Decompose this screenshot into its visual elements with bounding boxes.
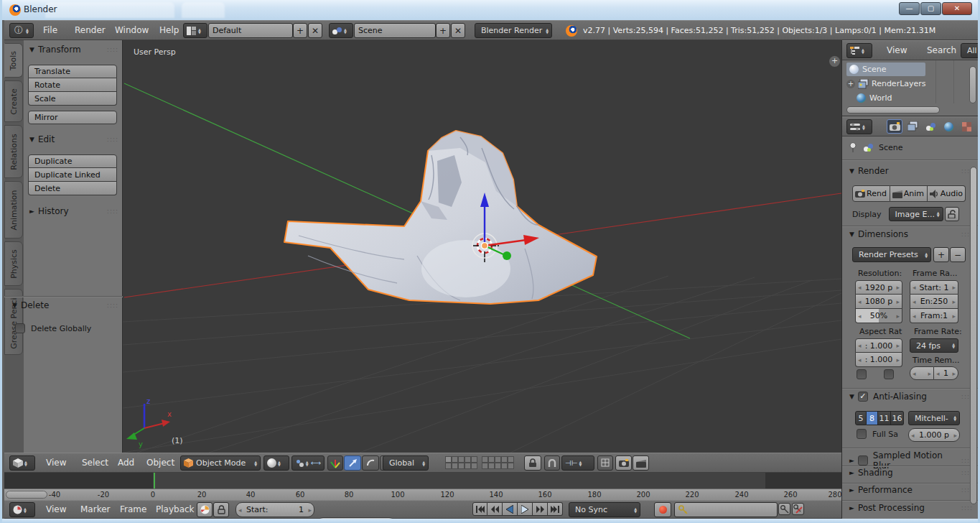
- outliner-editor-selector[interactable]: [846, 43, 872, 58]
- pin-icon[interactable]: [848, 142, 858, 153]
- aspect-x-field[interactable]: : 1.000: [855, 338, 902, 353]
- tab-texture-properties[interactable]: [958, 119, 974, 134]
- operator-panel-header[interactable]: Delete: [12, 300, 118, 310]
- manipulator-rotate-toggle[interactable]: [362, 455, 379, 471]
- delete-button[interactable]: Delete: [28, 182, 117, 195]
- render-engine-dropdown[interactable]: Blender Render: [475, 23, 552, 38]
- frame-step-stepper[interactable]: Fram:1: [910, 309, 958, 323]
- delete-globally-checkbox[interactable]: [15, 323, 25, 333]
- resolution-percent-slider[interactable]: 50%: [855, 309, 902, 323]
- history-panel-header[interactable]: History: [29, 206, 118, 216]
- tab-world-properties[interactable]: [941, 119, 956, 134]
- play-button[interactable]: [518, 502, 533, 516]
- timeline-menu-view[interactable]: View: [42, 501, 70, 519]
- dimensions-panel-header[interactable]: Dimensions: [849, 229, 973, 239]
- time-remap-old[interactable]: [910, 366, 934, 380]
- outliner-item-renderlayers[interactable]: + RenderLayers: [846, 77, 926, 91]
- add-layout-button[interactable]: +: [293, 23, 307, 38]
- screen-layout-field[interactable]: Default: [208, 23, 293, 38]
- timeline-menu-playback[interactable]: Playback: [151, 501, 199, 519]
- render-animation-button[interactable]: Anim: [890, 185, 928, 202]
- viewport-menu-view[interactable]: View: [42, 453, 70, 472]
- menu-help[interactable]: Help: [155, 21, 183, 40]
- title-bar[interactable]: Blender: [2, 0, 978, 20]
- pivot-dropdown[interactable]: ⟷: [291, 455, 325, 471]
- lock-to-scene-button[interactable]: [524, 455, 541, 471]
- panel-drag-handle[interactable]: [961, 504, 973, 512]
- insert-keyframe-button[interactable]: [778, 503, 790, 515]
- outliner-filter-dropdown[interactable]: All Sc: [961, 43, 980, 58]
- tab-animation[interactable]: Animation: [4, 181, 23, 239]
- performance-panel-header[interactable]: Performance: [849, 485, 973, 495]
- current-frame-cursor[interactable]: [154, 473, 155, 489]
- resolution-x-field[interactable]: 1920 p: [855, 280, 902, 295]
- timeline-hscrollbar[interactable]: [6, 491, 47, 499]
- tab-scene-properties[interactable]: [923, 119, 938, 134]
- time-indicator-toggle[interactable]: [197, 502, 213, 517]
- fps-dropdown[interactable]: 24 fps: [910, 338, 958, 353]
- manipulator-translate-toggle[interactable]: [344, 455, 361, 471]
- layers-grid-left[interactable]: [445, 456, 477, 469]
- layers-grid-right[interactable]: [482, 456, 514, 469]
- close-button[interactable]: [942, 2, 972, 15]
- add-preset-button[interactable]: +: [933, 247, 949, 262]
- delete-keyframe-button[interactable]: [792, 503, 804, 515]
- jump-to-start-button[interactable]: [472, 502, 487, 516]
- rotate-button[interactable]: Rotate: [28, 78, 117, 92]
- panel-drag-handle[interactable]: [107, 136, 118, 143]
- crop-checkbox[interactable]: [884, 369, 894, 379]
- render-still-button[interactable]: Rend: [852, 185, 890, 202]
- menu-window[interactable]: Window: [111, 21, 153, 40]
- expand-plus-icon[interactable]: +: [846, 80, 855, 88]
- keying-set-field[interactable]: [674, 502, 778, 517]
- resolution-y-field[interactable]: 1080 p: [855, 295, 902, 309]
- opengl-render-anim-button[interactable]: [633, 455, 649, 471]
- tab-grease-pencil[interactable]: Grease Pencil: [4, 289, 23, 355]
- remove-preset-button[interactable]: −: [950, 247, 966, 262]
- tab-physics[interactable]: Physics: [4, 241, 23, 286]
- render-panel-header[interactable]: Render: [849, 166, 973, 176]
- border-checkbox[interactable]: [857, 369, 867, 379]
- delete-scene-button[interactable]: ✕: [451, 23, 465, 38]
- scene-icon-button[interactable]: [329, 23, 353, 38]
- outliner-item-scene[interactable]: Scene: [846, 63, 925, 76]
- frame-end-stepper[interactable]: En:250: [910, 295, 958, 309]
- translate-button[interactable]: Translate: [28, 65, 117, 78]
- render-audio-button[interactable]: Audio: [928, 185, 966, 202]
- outliner-vscrollbar[interactable]: [969, 66, 976, 103]
- aa-samples-11[interactable]: 11: [878, 411, 891, 425]
- panel-drag-handle[interactable]: [107, 46, 118, 53]
- delete-globally-option[interactable]: Delete Globally: [15, 323, 91, 333]
- full-sample-checkbox[interactable]: [857, 429, 867, 439]
- add-scene-button[interactable]: +: [436, 23, 450, 38]
- viewport-shading-dropdown[interactable]: [263, 455, 289, 471]
- aa-samples-8[interactable]: 8: [867, 411, 878, 425]
- tab-create[interactable]: Create: [4, 80, 23, 122]
- anti-aliasing-checkbox[interactable]: [858, 392, 868, 402]
- region-expand-button[interactable]: +: [829, 56, 840, 67]
- duplicate-button[interactable]: Duplicate: [28, 154, 117, 168]
- previous-keyframe-button[interactable]: [487, 502, 503, 516]
- time-remap-new[interactable]: 1: [934, 366, 958, 380]
- frame-start-stepper[interactable]: Start: 1: [910, 280, 958, 295]
- minimize-button[interactable]: [899, 2, 920, 15]
- statue-object[interactable]: [284, 131, 597, 304]
- snap-toggle-button[interactable]: [544, 455, 560, 471]
- aspect-y-field[interactable]: : 1.000: [855, 353, 902, 367]
- screen-layout-icon-button[interactable]: [183, 23, 207, 38]
- tab-render-properties[interactable]: [887, 119, 902, 134]
- next-keyframe-button[interactable]: [533, 502, 548, 516]
- timeline-menu-frame[interactable]: Frame: [116, 501, 151, 519]
- properties-editor-selector[interactable]: [846, 119, 872, 134]
- display-dropdown[interactable]: Image E...: [889, 207, 943, 221]
- outliner-menu-view[interactable]: View: [882, 41, 911, 60]
- aa-samples-5[interactable]: 5: [855, 411, 867, 425]
- render-presets-dropdown[interactable]: Render Presets: [852, 247, 931, 262]
- breadcrumb-context[interactable]: Scene: [879, 143, 903, 152]
- sampled-motion-blur-checkbox[interactable]: [858, 455, 868, 466]
- menu-file[interactable]: File: [39, 21, 62, 40]
- display-lock-button[interactable]: [945, 207, 959, 221]
- scale-button[interactable]: Scale: [28, 92, 117, 106]
- scene-name-field[interactable]: Scene: [354, 23, 436, 38]
- manipulator-axis-toggle[interactable]: [327, 455, 343, 471]
